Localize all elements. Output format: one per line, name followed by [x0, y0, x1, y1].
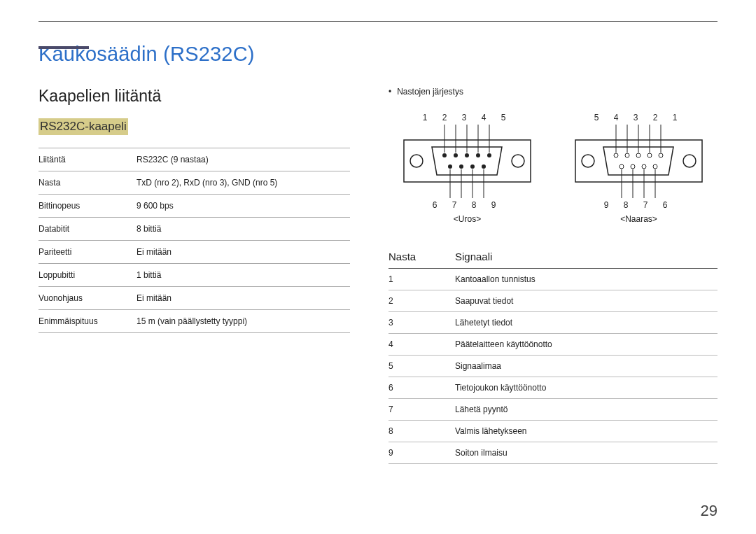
signal-row: 8Valmis lähetykseen: [388, 421, 718, 442]
signal-cell: Valmis lähetykseen: [455, 426, 527, 436]
svg-point-23: [683, 155, 696, 167]
svg-point-31: [642, 164, 646, 169]
signal-table-header: Nasta Signaali: [388, 245, 718, 269]
pin-numbers-bottom: 9 8 7 6: [574, 200, 704, 210]
pin-cell: 9: [388, 448, 455, 458]
header-signal: Signaali: [455, 251, 492, 262]
pin-cell: 6: [388, 383, 455, 393]
connector-female: 5 4 3 2 1 9 8 7 6 <Naaras>: [574, 111, 704, 224]
spec-value: TxD (nro 2), RxD (nro 3), GND (nro 5): [136, 178, 350, 188]
spec-value: 15 m (vain päällystetty tyyppi): [136, 316, 350, 326]
signal-row: 3Lähetetyt tiedot: [388, 312, 718, 334]
section-heading: Kaapelien liitäntä: [38, 87, 350, 106]
signal-cell: Lähetä pyyntö: [455, 405, 507, 414]
svg-point-8: [448, 164, 452, 169]
svg-point-3: [442, 153, 447, 157]
signal-cell: Lähetetyt tiedot: [455, 318, 512, 328]
spec-label: Vuonohjaus: [38, 293, 136, 303]
top-horizontal-rule: [38, 21, 718, 22]
spec-value: 8 bittiä: [136, 224, 350, 234]
signal-table: Nasta Signaali 1Kantoaallon tunnistus 2S…: [388, 245, 718, 464]
page-number: 29: [701, 502, 718, 520]
svg-point-6: [476, 153, 480, 157]
page-title: Kaukosäädin (RS232C): [38, 43, 718, 66]
pin-order-label: Nastojen järjestys: [388, 87, 718, 97]
svg-point-10: [470, 164, 475, 169]
pin-numbers-top: 1 2 3 4 5: [402, 113, 532, 122]
svg-point-27: [648, 153, 652, 157]
spec-row: Liitäntä RS232C (9 nastaa): [38, 148, 350, 171]
pin-cell: 4: [388, 339, 455, 349]
svg-point-25: [625, 153, 629, 157]
svg-point-28: [659, 153, 663, 157]
spec-value: 9 600 bps: [136, 201, 350, 211]
svg-point-22: [582, 155, 594, 167]
spec-row: Nasta TxD (nro 2), RxD (nro 3), GND (nro…: [38, 171, 350, 195]
signal-cell: Soiton ilmaisu: [455, 448, 507, 458]
svg-point-32: [653, 164, 657, 169]
pin-cell: 7: [388, 405, 455, 414]
spec-row: Vuonohjaus Ei mitään: [38, 287, 350, 310]
spec-value: 1 bittiä: [136, 270, 350, 280]
spec-row: Enimmäispituus 15 m (vain päällystetty t…: [38, 310, 350, 333]
svg-point-29: [620, 164, 624, 169]
spec-label: Pariteetti: [38, 247, 136, 257]
pin-numbers-bottom: 6 7 8 9: [402, 200, 532, 210]
svg-point-26: [636, 153, 640, 157]
pin-cell: 3: [388, 318, 455, 328]
signal-cell: Saapuvat tiedot: [455, 296, 513, 306]
svg-point-4: [454, 153, 458, 157]
pin-cell: 5: [388, 361, 455, 371]
signal-row: 4Päätelaitteen käyttöönotto: [388, 334, 718, 356]
svg-point-11: [482, 164, 486, 169]
connector-label: <Naaras>: [574, 214, 704, 224]
signal-row: 2Saapuvat tiedot: [388, 290, 718, 312]
svg-point-24: [614, 153, 618, 157]
signal-row: 1Kantoaallon tunnistus: [388, 269, 718, 290]
accent-bar: [38, 46, 89, 49]
signal-cell: Kantoaallon tunnistus: [455, 274, 536, 284]
signal-row: 9Soiton ilmaisu: [388, 442, 718, 464]
pin-numbers-top: 5 4 3 2 1: [574, 113, 704, 122]
subsection-heading: RS232C-kaapeli: [38, 118, 128, 135]
spec-label: Bittinopeus: [38, 201, 136, 211]
spec-row: Databitit 8 bittiä: [38, 218, 350, 241]
header-pin: Nasta: [388, 251, 455, 262]
pin-cell: 1: [388, 274, 455, 284]
spec-row: Pariteetti Ei mitään: [38, 241, 350, 264]
spec-label: Enimmäispituus: [38, 316, 136, 326]
spec-label: Nasta: [38, 178, 136, 188]
signal-row: 7Lähetä pyyntö: [388, 399, 718, 421]
spec-label: Liitäntä: [38, 155, 136, 164]
signal-cell: Päätelaitteen käyttöönotto: [455, 339, 552, 349]
connector-diagram-row: 1 2 3 4 5 6 7 8 9 <Uros>: [388, 111, 718, 224]
db9-female-icon: [574, 125, 704, 198]
spec-label: Databitit: [38, 224, 136, 234]
signal-row: 5Signaalimaa: [388, 356, 718, 377]
connector-male: 1 2 3 4 5 6 7 8 9 <Uros>: [402, 111, 532, 224]
signal-cell: Tietojoukon käyttöönotto: [455, 383, 546, 393]
db9-male-icon: [402, 125, 532, 198]
spec-value: Ei mitään: [136, 293, 350, 303]
svg-point-7: [487, 153, 491, 157]
svg-point-5: [465, 153, 469, 157]
spec-value: RS232C (9 nastaa): [136, 155, 350, 164]
svg-point-1: [410, 155, 423, 167]
svg-point-9: [459, 164, 463, 169]
svg-point-2: [512, 155, 524, 167]
spec-value: Ei mitään: [136, 247, 350, 257]
spec-row: Bittinopeus 9 600 bps: [38, 195, 350, 218]
pin-cell: 8: [388, 426, 455, 436]
spec-table: Liitäntä RS232C (9 nastaa) Nasta TxD (nr…: [38, 148, 350, 333]
connector-label: <Uros>: [402, 214, 532, 224]
spec-label: Loppubitti: [38, 270, 136, 280]
spec-row: Loppubitti 1 bittiä: [38, 264, 350, 287]
signal-cell: Signaalimaa: [455, 361, 501, 371]
svg-point-30: [631, 164, 635, 169]
pin-cell: 2: [388, 296, 455, 306]
signal-row: 6Tietojoukon käyttöönotto: [388, 377, 718, 399]
